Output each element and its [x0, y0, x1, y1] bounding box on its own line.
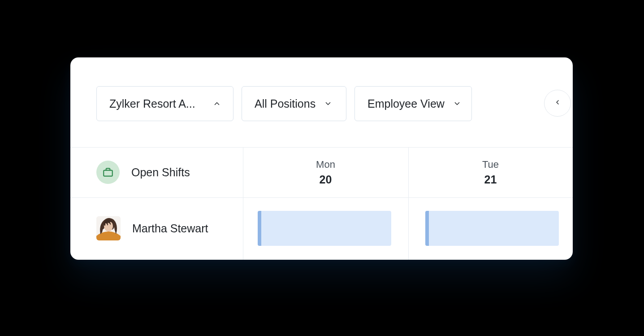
schedule-header-row: Open Shifts Mon 20 Tue 21: [70, 147, 573, 197]
chevron-up-icon: [212, 99, 221, 108]
chevron-down-icon: [453, 99, 462, 108]
location-dropdown[interactable]: Zylker Resort A...: [96, 86, 233, 121]
shift-accent: [258, 211, 261, 246]
location-dropdown-label: Zylker Resort A...: [109, 97, 195, 110]
view-dropdown-label: Employee View: [367, 97, 445, 110]
view-dropdown[interactable]: Employee View: [354, 86, 472, 121]
avatar: [96, 216, 121, 240]
day-column-tue[interactable]: Tue 21: [408, 147, 573, 197]
briefcase-icon: [96, 161, 120, 184]
chevron-down-icon: [324, 99, 333, 108]
day-column-mon[interactable]: Mon 20: [243, 147, 408, 197]
chevron-left-icon: [554, 99, 561, 108]
employee-cell[interactable]: Martha Stewart: [96, 197, 208, 259]
shift-block[interactable]: [258, 211, 391, 246]
day-name: Mon: [316, 159, 335, 170]
day-number: 21: [484, 173, 497, 186]
prev-button[interactable]: [544, 90, 571, 117]
svg-rect-0: [104, 170, 112, 176]
shift-accent: [425, 211, 429, 246]
employee-name: Martha Stewart: [132, 222, 208, 235]
positions-dropdown-label: All Positions: [255, 97, 316, 110]
open-shifts-label: Open Shifts: [131, 166, 190, 179]
day-number: 20: [320, 173, 332, 186]
positions-dropdown[interactable]: All Positions: [242, 86, 346, 121]
open-shifts-cell: Open Shifts: [96, 147, 190, 197]
day-name: Tue: [482, 159, 499, 170]
shift-block[interactable]: [425, 211, 559, 246]
schedule-card: Zylker Resort A... All Positions Employe…: [70, 57, 573, 260]
employee-row: Martha Stewart: [70, 197, 573, 259]
